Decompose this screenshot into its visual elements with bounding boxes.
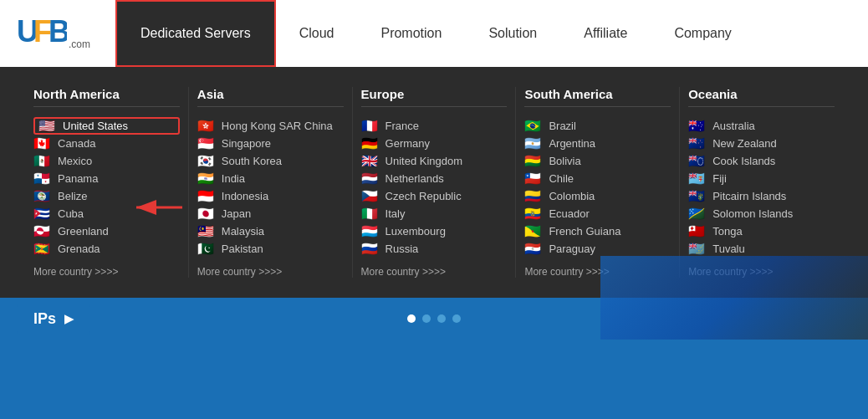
country-item[interactable]: 🇨🇴Colombia (524, 187, 671, 205)
country-item[interactable]: 🇨🇿Czech Republic (361, 187, 508, 205)
region-col-south-america: South America🇧🇷Brazil🇦🇷Argentina🇧🇴Bolivi… (516, 87, 680, 278)
country-item[interactable]: 🇫🇯Fiji (688, 170, 835, 187)
region-title-1: Asia (197, 87, 344, 107)
country-item[interactable]: 🇦🇺Australia (688, 117, 835, 135)
flag-icon: 🇵🇦 (33, 172, 52, 185)
country-item[interactable]: 🇦🇷Argentina (524, 135, 671, 152)
nav-cloud[interactable]: Cloud (276, 0, 358, 67)
country-item[interactable]: 🇨🇺Cuba (33, 205, 180, 222)
logo-com: .com (69, 38, 90, 50)
country-item[interactable]: 🇹🇻Tuvalu (688, 240, 835, 258)
flag-icon: 🇵🇾 (524, 243, 543, 255)
country-item[interactable]: 🇵🇰Pakistan (197, 240, 344, 258)
country-item[interactable]: 🇵🇦Panama (33, 170, 180, 187)
country-name: Chile (549, 172, 574, 185)
country-name: Argentina (549, 137, 595, 150)
logo-icon: U F B (17, 13, 67, 47)
nav-affiliate[interactable]: Affiliate (560, 0, 651, 67)
carousel-dot-1[interactable] (422, 314, 431, 323)
flag-icon: 🇬🇧 (361, 155, 380, 167)
flag-icon: 🇬🇫 (524, 225, 543, 238)
flag-icon: 🇨🇰 (688, 155, 707, 167)
country-name: Ecuador (549, 207, 589, 220)
country-name: Germany (385, 137, 430, 150)
country-item[interactable]: 🇬🇧United Kingdom (361, 152, 508, 170)
country-item[interactable]: 🇪🇨Ecuador (524, 205, 671, 222)
country-item[interactable]: 🇳🇱Netherlands (361, 170, 508, 187)
nav-promotion[interactable]: Promotion (357, 0, 465, 67)
flag-icon: 🇸🇬 (197, 137, 216, 150)
country-item[interactable]: 🇧🇿Belize (33, 187, 180, 205)
country-item[interactable]: 🇰🇷South Korea (197, 152, 344, 170)
country-name: Belize (58, 190, 87, 202)
flag-icon: 🇦🇷 (524, 137, 543, 150)
country-item[interactable]: 🇬🇫French Guiana (524, 222, 671, 240)
flag-icon: 🇭🇰 (197, 120, 216, 132)
country-item[interactable]: 🇮🇳India (197, 170, 344, 187)
country-item[interactable]: 🇨🇰Cook Islands (688, 152, 835, 170)
country-item[interactable]: 🇱🇺Luxembourg (361, 222, 508, 240)
country-item[interactable]: 🇺🇸United States (33, 117, 180, 135)
flag-icon: 🇮🇳 (197, 172, 216, 185)
country-name: Mexico (58, 155, 92, 167)
country-name: New Zealand (712, 137, 777, 150)
country-item[interactable]: 🇮🇩Indonesia (197, 187, 344, 205)
region-title-2: Europe (361, 87, 508, 107)
country-item[interactable]: 🇹🇴Tonga (688, 222, 835, 240)
flag-icon: 🇫🇷 (361, 120, 380, 132)
region-title-4: Oceania (688, 87, 835, 107)
country-name: United States (63, 120, 128, 132)
country-item[interactable]: 🇸🇧Solomon Islands (688, 205, 835, 222)
flag-icon: 🇨🇺 (33, 207, 52, 220)
country-item[interactable]: 🇬🇱Greenland (33, 222, 180, 240)
country-item[interactable]: 🇨🇱Chile (524, 170, 671, 187)
flag-icon: 🇪🇨 (524, 207, 543, 220)
flag-icon: 🇬🇩 (33, 243, 52, 255)
country-item[interactable]: 🇵🇾Paraguay (524, 240, 671, 258)
flag-icon: 🇮🇩 (197, 190, 216, 202)
carousel-dot-0[interactable] (407, 314, 416, 323)
country-name: Tuvalu (712, 243, 745, 255)
flag-icon: 🇫🇯 (688, 172, 707, 185)
flag-icon: 🇯🇵 (197, 207, 216, 220)
nav-company[interactable]: Company (651, 0, 754, 67)
country-name: Luxembourg (385, 225, 446, 238)
country-item[interactable]: 🇸🇬Singapore (197, 135, 344, 152)
country-item[interactable]: 🇭🇰Hong Kong SAR China (197, 117, 344, 135)
logo[interactable]: U F B .com (17, 13, 90, 54)
country-name: Pakistan (222, 243, 263, 255)
nav-solution[interactable]: Solution (465, 0, 560, 67)
country-item[interactable]: 🇳🇿New Zealand (688, 135, 835, 152)
country-name: Hong Kong SAR China (222, 120, 333, 132)
svg-text:B: B (49, 14, 67, 47)
more-country-link[interactable]: More country >>>> (197, 266, 344, 278)
country-name: Italy (385, 207, 406, 220)
more-country-link[interactable]: More country >>>> (361, 266, 508, 278)
bottom-bar: IPs ▶ (0, 298, 868, 340)
flag-icon: 🇱🇺 (361, 225, 380, 238)
country-item[interactable]: 🇮🇹Italy (361, 205, 508, 222)
country-item[interactable]: 🇧🇴Bolivia (524, 152, 671, 170)
country-name: South Korea (222, 155, 282, 167)
more-country-link[interactable]: More country >>>> (33, 266, 180, 278)
country-item[interactable]: 🇯🇵Japan (197, 205, 344, 222)
country-item[interactable]: 🇷🇺Russia (361, 240, 508, 258)
country-item[interactable]: 🇲🇾Malaysia (197, 222, 344, 240)
flag-icon: 🇲🇾 (197, 225, 216, 238)
country-item[interactable]: 🇫🇷France (361, 117, 508, 135)
country-item[interactable]: 🇧🇷Brazil (524, 117, 671, 135)
country-name: Cook Islands (712, 155, 775, 167)
flag-icon: 🇹🇴 (688, 225, 707, 238)
country-item[interactable]: 🇩🇪Germany (361, 135, 508, 152)
carousel-dot-3[interactable] (452, 314, 461, 323)
nav-dedicated-servers[interactable]: Dedicated Servers (115, 0, 276, 67)
flag-icon: 🇳🇱 (361, 172, 380, 185)
country-name: Indonesia (222, 190, 268, 202)
country-item[interactable]: 🇵🇳Pitcairn Islands (688, 187, 835, 205)
country-item[interactable]: 🇬🇩Grenada (33, 240, 180, 258)
country-item[interactable]: 🇨🇦Canada (33, 135, 180, 152)
flag-icon: 🇹🇻 (688, 243, 707, 255)
carousel-dot-2[interactable] (437, 314, 446, 323)
main-nav: Dedicated Servers Cloud Promotion Soluti… (115, 0, 755, 67)
country-item[interactable]: 🇲🇽Mexico (33, 152, 180, 170)
